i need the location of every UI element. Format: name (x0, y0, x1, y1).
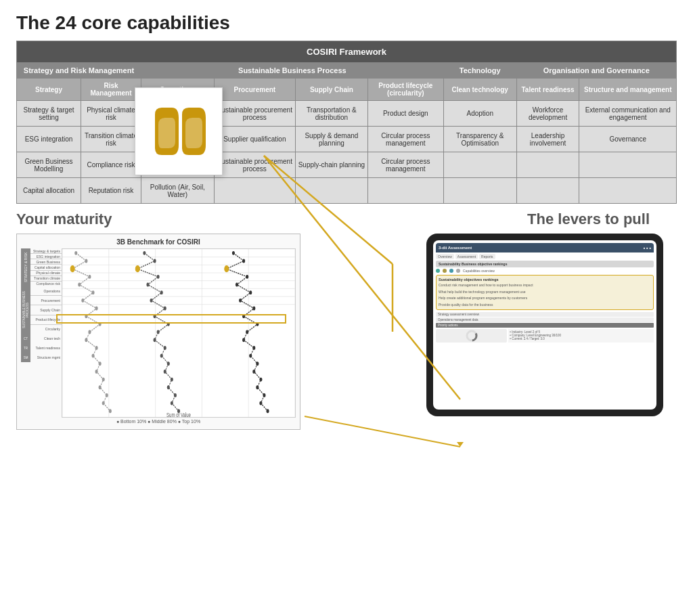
chart-group-strategy: STRATEGY & RISK Strategy & targets ESG i… (21, 248, 62, 286)
tablet-screen: 3-dii Assessment ● ● ● Overview Assessme… (433, 240, 656, 410)
row-label: Compliance risk (30, 282, 62, 286)
cell-circular: Circular process management (367, 127, 443, 152)
tablet-nav-item: Assessment (455, 254, 478, 259)
cell-sust-proc-1: Sustainable procurement process (214, 101, 295, 127)
svg-point-45 (154, 338, 156, 342)
cosiri-framework-header: COSIRI Framework (17, 41, 677, 63)
svg-point-24 (85, 338, 87, 342)
data-row-1: Strategy & target setting Physical clima… (17, 101, 677, 127)
tablet-row-text: Strategy assessment overview (438, 313, 479, 316)
svg-point-65 (246, 330, 248, 334)
cell-supply-demand: Supply & demand planning (295, 127, 367, 152)
row-label: ESG integration (30, 254, 62, 259)
svg-point-33 (109, 409, 112, 413)
svg-point-16 (88, 275, 91, 279)
cell-product-design: Product design (367, 101, 443, 127)
svg-point-55 (232, 251, 235, 255)
col-header-row: Strategy Risk Management Operations Proc… (17, 79, 677, 101)
col-structure: Structure and management (579, 79, 677, 101)
svg-point-35 (154, 259, 156, 263)
cell-green-biz: Green Business Modelling (17, 152, 81, 178)
svg-point-52 (174, 393, 177, 397)
svg-point-20 (95, 307, 98, 311)
svg-point-58 (246, 275, 248, 279)
tablet-nav: Overview Assessment Reports (436, 254, 654, 259)
svg-point-50 (171, 378, 173, 382)
svg-point-26 (92, 354, 95, 358)
data-row-2: ESG integration Transition climate risk … (17, 127, 677, 152)
cell-supplier-qual: Supplier qualification (214, 127, 295, 152)
cell-empty-9 (579, 178, 677, 204)
svg-point-22 (99, 322, 102, 326)
row-label: Clean tech (30, 334, 62, 343)
svg-text:Sum of Value: Sum of Value (166, 412, 191, 417)
cosiri-framework-table: COSIRI Framework Strategy and Risk Manag… (16, 41, 677, 204)
metric-row: • Current: 2.4 / Target: 3.0 (510, 337, 652, 340)
cat-label-strategy: STRATEGY & RISK (21, 248, 30, 286)
svg-point-41 (164, 307, 166, 311)
tablet-bottom-section: • Industry: Level 2 of 5 • Company: Leve… (436, 329, 654, 343)
chart-title: 3B Benchmark for COSIRI (21, 238, 296, 246)
svg-point-61 (239, 299, 242, 303)
svg-point-78 (225, 266, 229, 272)
group-strategy: Strategy and Risk Management (17, 63, 141, 79)
highlight-title: Sustainability objectives rankings (439, 278, 651, 282)
page-title: The 24 core capabilities (0, 0, 693, 41)
tablet-status-row: Capabilities overview (436, 269, 654, 273)
cat-label-process: SUSTAINABLE BUSINESS PROCESS (21, 286, 30, 334)
cell-sc-planning: Supply-chain planning (295, 152, 367, 178)
status-text: Capabilities overview (463, 269, 495, 273)
tablet-header: 3-dii Assessment ● ● ● (436, 243, 654, 252)
svg-point-53 (171, 401, 173, 405)
svg-point-72 (256, 385, 259, 389)
svg-point-38 (146, 283, 149, 287)
svg-point-69 (256, 361, 259, 366)
chart-inner: STRATEGY & RISK Strategy & targets ESG i… (21, 248, 296, 418)
page-container: The 24 core capabilities COSIRI Framewor… (0, 0, 693, 616)
cell-empty-2 (516, 152, 579, 178)
tablet-row-text: Priority actions (438, 324, 458, 327)
maturity-title: Your maturity (16, 211, 307, 228)
svg-point-46 (164, 346, 166, 350)
tablet-data-row-2: Operations management data (436, 317, 654, 322)
svg-point-75 (267, 409, 269, 413)
svg-point-48 (167, 361, 170, 366)
svg-point-77 (135, 266, 139, 272)
cell-transition: Transition climate risk (81, 127, 141, 152)
svg-point-19 (81, 299, 84, 303)
svg-point-29 (102, 378, 105, 382)
col-strategy: Strategy (17, 79, 81, 101)
tablet-section-text: Sustainability Business objective rankin… (439, 262, 507, 266)
col-talent: Talent readiness (516, 79, 579, 101)
row-label: Circularity (30, 325, 62, 334)
row-label: Structure mgmt (30, 353, 62, 362)
cell-transport: Transportation & distribution (295, 101, 367, 127)
row-label: Capital allocation (30, 265, 62, 270)
cell-physical-climate: Physical climate risk (81, 101, 141, 127)
group-technology: Technology (443, 63, 516, 79)
benchmark-chart-svg: Sum of Value (62, 249, 295, 417)
highlight-row-1: Conduct risk management and how to suppo… (439, 283, 651, 288)
svg-point-39 (160, 290, 163, 294)
row-label: Transition climate (30, 276, 62, 282)
data-row-3: Green Business Modelling Compliance risk… (17, 152, 677, 178)
chart-group-cleantech: CT Clean tech (21, 334, 62, 343)
status-dot-3 (449, 269, 453, 273)
svg-point-32 (102, 401, 105, 405)
row-label: Physical climate (30, 271, 62, 276)
highlight-row-4: Provide quality data for the business (439, 303, 651, 308)
svg-point-49 (164, 370, 166, 374)
tablet-row-text: Operations management data (438, 318, 478, 322)
svg-point-43 (167, 322, 170, 326)
framework-section: COSIRI Framework Strategy and Risk Manag… (16, 41, 677, 204)
row-label: Procurement (30, 296, 62, 305)
svg-point-37 (157, 275, 160, 279)
cell-empty-3 (579, 152, 677, 178)
cat-label-talent: TR (21, 343, 30, 353)
svg-point-28 (95, 370, 98, 374)
group-process: Sustainable Business Process (141, 63, 443, 79)
svg-point-60 (249, 290, 252, 294)
svg-point-67 (252, 346, 255, 350)
group-org: Organisation and Governance (516, 63, 676, 79)
tablet-gauge (436, 329, 507, 343)
